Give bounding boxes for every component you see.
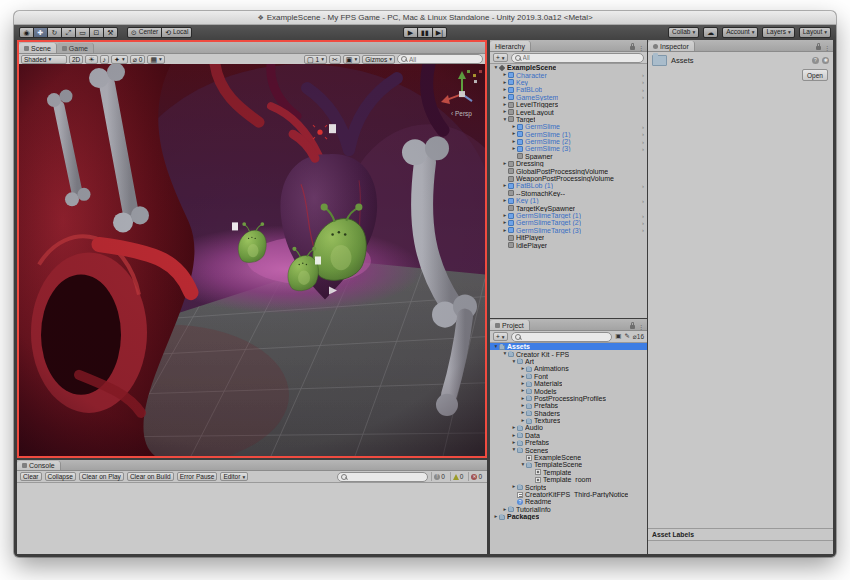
hierarchy-row[interactable]: GameSystem <box>490 94 647 101</box>
project-row[interactable]: Data <box>490 432 647 439</box>
project-row[interactable]: Template <box>490 469 647 476</box>
info-filter-toggle[interactable]: ! 0 <box>431 472 447 481</box>
prefab-chevron-icon[interactable] <box>642 131 647 137</box>
project-row[interactable]: CreatorKitFPS_Third-PartyNotice <box>490 491 647 498</box>
hierarchy-row[interactable]: Spawner <box>490 153 647 160</box>
panel-menu-icon[interactable]: ⋮ <box>824 45 830 51</box>
project-row[interactable]: PostProcessingProfiles <box>490 395 647 402</box>
project-row[interactable]: Scenes <box>490 446 647 453</box>
tab-console[interactable]: Console <box>17 461 61 470</box>
console-search-field[interactable] <box>337 472 428 482</box>
hierarchy-row[interactable]: GermSlime (3) <box>490 145 647 152</box>
project-row[interactable]: TutorialInfo <box>490 506 647 513</box>
prefab-chevron-icon[interactable] <box>642 146 647 152</box>
project-row[interactable]: Models <box>490 387 647 394</box>
tab-inspector[interactable]: Inspector <box>648 41 695 51</box>
hierarchy-row[interactable]: GermSlime (1) <box>490 131 647 138</box>
project-row[interactable]: Template_room <box>490 476 647 483</box>
hidden-objects-toggle[interactable]: ⌀ 0 <box>130 55 146 64</box>
hierarchy-row[interactable]: Dressing <box>490 160 647 167</box>
hierarchy-row[interactable]: Target <box>490 116 647 123</box>
effects-dropdown[interactable]: ✦ <box>111 55 128 64</box>
prefab-chevron-icon[interactable] <box>642 220 647 226</box>
visibility-count-dropdown[interactable]: ▢ 1 <box>304 55 327 64</box>
scene-viewport[interactable]: ‹ Persp <box>19 64 485 456</box>
prefab-chevron-icon[interactable] <box>642 139 647 145</box>
2d-toggle[interactable]: 2D <box>69 55 83 64</box>
tab-hierarchy[interactable]: Hierarchy <box>490 41 531 51</box>
title-bar[interactable]: ❖ ExampleScene - My FPS Game - PC, Mac &… <box>14 11 836 25</box>
error-pause-button[interactable]: Error Pause <box>177 472 218 481</box>
prefab-chevron-icon[interactable] <box>642 183 647 189</box>
hierarchy-row[interactable]: LevelTriggers <box>490 101 647 108</box>
scene-search-field[interactable] <box>397 54 483 64</box>
hierarchy-row[interactable]: GermSlime <box>490 123 647 130</box>
project-row[interactable]: Packages <box>490 513 647 520</box>
layers-dropdown[interactable]: Layers <box>762 27 794 38</box>
hierarchy-row[interactable]: TargetKeySpawner <box>490 204 647 211</box>
camera-settings-dropdown[interactable]: ▣ <box>343 55 360 64</box>
hierarchy-row[interactable]: LevelLayout <box>490 108 647 115</box>
panel-menu-icon[interactable]: ⋮ <box>638 45 644 51</box>
panel-menu-icon[interactable]: ⋮ <box>638 324 644 330</box>
hierarchy-row[interactable]: Key (1) <box>490 197 647 204</box>
hierarchy-row[interactable]: GermSlime (2) <box>490 138 647 145</box>
project-row[interactable]: Shaders <box>490 410 647 417</box>
create-object-dropdown[interactable]: + <box>493 53 508 62</box>
project-row[interactable]: Art <box>490 358 647 365</box>
tab-game[interactable]: Game <box>57 43 94 53</box>
scale-tool-button[interactable]: ⤢ <box>61 27 76 38</box>
hidden-packages-count[interactable]: ⌀16 <box>633 333 644 341</box>
project-row[interactable]: Readme <box>490 498 647 505</box>
play-button[interactable]: ▶ <box>403 27 418 38</box>
hand-tool-button[interactable]: ◉ <box>19 27 34 38</box>
gear-icon[interactable]: ✱ <box>822 57 829 64</box>
prefab-chevron-icon[interactable] <box>642 124 647 130</box>
create-asset-dropdown[interactable]: + <box>493 332 508 341</box>
hierarchy-row[interactable]: FatBLob (1) <box>490 182 647 189</box>
prefab-chevron-icon[interactable] <box>642 94 647 100</box>
transform-tool-button[interactable]: ⊡ <box>89 27 104 38</box>
custom-tool-button[interactable]: ⚒ <box>103 27 118 38</box>
audio-toggle[interactable]: ♪ <box>100 55 110 64</box>
project-search-input[interactable] <box>523 333 609 340</box>
editor-dropdown[interactable]: Editor <box>220 472 248 481</box>
clear-on-build-button[interactable]: Clear on Build <box>127 472 174 481</box>
lock-icon[interactable] <box>816 46 821 50</box>
hierarchy-row[interactable]: GermSlimeTarget (2) <box>490 219 647 226</box>
hierarchy-row[interactable]: ExampleScene <box>490 64 647 71</box>
hierarchy-row[interactable]: GermSlimeTarget (3) <box>490 227 647 234</box>
hierarchy-row[interactable]: FatBLob <box>490 86 647 93</box>
step-button[interactable]: ▶| <box>432 27 447 38</box>
project-row[interactable]: Assets <box>490 343 647 350</box>
project-row[interactable]: Creator Kit - FPS <box>490 350 647 357</box>
project-row[interactable]: Audio <box>490 424 647 431</box>
tab-scene[interactable]: Scene <box>19 43 57 53</box>
prefab-chevron-icon[interactable] <box>642 79 647 85</box>
lock-icon[interactable] <box>630 325 635 329</box>
project-search-field[interactable] <box>511 332 613 342</box>
project-row[interactable]: TemplateScene <box>490 461 647 468</box>
project-row[interactable]: Scripts <box>490 483 647 490</box>
draw-mode-dropdown[interactable]: Shaded <box>21 55 67 64</box>
rotate-tool-button[interactable]: ↻ <box>47 27 62 38</box>
hierarchy-row[interactable]: --StomachKey-- <box>490 190 647 197</box>
help-icon[interactable]: ? <box>812 57 819 64</box>
prefab-chevron-icon[interactable] <box>642 198 647 204</box>
hierarchy-row[interactable]: WeaponPostProcessingVolume <box>490 175 647 182</box>
hierarchy-row[interactable]: IdlePlayer <box>490 241 647 248</box>
rect-tool-button[interactable]: ▭ <box>75 27 90 38</box>
project-row[interactable]: Prefabs <box>490 402 647 409</box>
prefab-chevron-icon[interactable] <box>642 87 647 93</box>
error-filter-toggle[interactable]: ✕ 0 <box>468 472 484 481</box>
hierarchy-row[interactable]: HitPlayer <box>490 234 647 241</box>
gizmos-dropdown[interactable]: Gizmos <box>362 55 395 64</box>
pause-button[interactable]: ▮▮ <box>417 27 433 38</box>
tab-project[interactable]: Project <box>490 320 530 330</box>
hierarchy-search-input[interactable] <box>523 54 640 61</box>
cloud-button[interactable]: ☁ <box>703 27 718 38</box>
console-log-area[interactable] <box>17 483 487 554</box>
pivot-toggle-button[interactable]: ⊙ Center <box>127 27 162 38</box>
hierarchy-row[interactable]: Key <box>490 79 647 86</box>
prefab-chevron-icon[interactable] <box>642 213 647 219</box>
